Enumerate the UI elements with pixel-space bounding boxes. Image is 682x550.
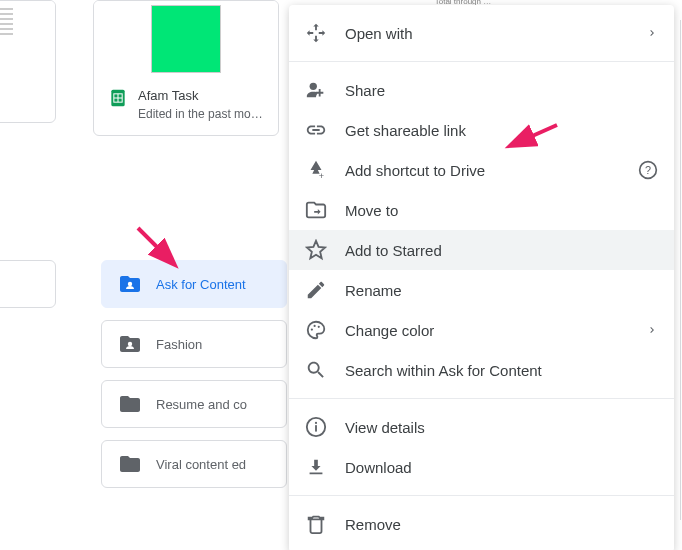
menu-get-link[interactable]: Get shareable link xyxy=(289,110,674,150)
svg-point-16 xyxy=(318,326,320,328)
menu-remove[interactable]: Remove xyxy=(289,504,674,544)
menu-label: Remove xyxy=(345,516,658,533)
file-title: al St… xyxy=(0,88,41,103)
download-icon xyxy=(305,456,327,478)
menu-add-shortcut[interactable]: + Add shortcut to Drive ? xyxy=(289,150,674,190)
menu-search-within[interactable]: Search within Ask for Content xyxy=(289,350,674,390)
palette-icon xyxy=(305,319,327,341)
file-subtitle: Edited in the past month xyxy=(138,107,264,121)
svg-line-20 xyxy=(138,228,173,263)
folder-icon xyxy=(118,452,142,476)
share-icon xyxy=(305,79,327,101)
link-icon xyxy=(305,119,327,141)
trash-icon xyxy=(305,513,327,535)
menu-label: Add to Starred xyxy=(345,242,658,259)
chevron-right-icon xyxy=(646,324,658,336)
chevron-right-icon xyxy=(646,27,658,39)
separator xyxy=(289,495,674,496)
menu-download[interactable]: Download xyxy=(289,447,674,487)
folder-label: Viral content ed xyxy=(156,457,246,472)
menu-rename[interactable]: Rename xyxy=(289,270,674,310)
menu-label: Add shortcut to Drive xyxy=(345,162,620,179)
file-preview xyxy=(0,1,55,76)
info-icon xyxy=(305,416,327,438)
search-icon xyxy=(305,359,327,381)
menu-add-starred[interactable]: Add to Starred xyxy=(289,230,674,270)
move-icon xyxy=(305,199,327,221)
open-with-icon xyxy=(305,22,327,44)
folder-row[interactable]: Fashion xyxy=(101,320,287,368)
star-icon xyxy=(305,239,327,261)
menu-label: Download xyxy=(345,459,658,476)
svg-rect-18 xyxy=(315,425,317,431)
svg-point-9 xyxy=(128,342,132,346)
svg-text:+: + xyxy=(319,171,324,181)
menu-label: Search within Ask for Content xyxy=(345,362,658,379)
svg-point-10 xyxy=(310,83,317,90)
file-preview xyxy=(94,1,278,76)
menu-label: Open with xyxy=(345,25,628,42)
folder-row[interactable]: Resume and co xyxy=(101,380,287,428)
svg-point-14 xyxy=(311,328,313,330)
separator xyxy=(289,398,674,399)
separator xyxy=(289,61,674,62)
menu-change-color[interactable]: Change color xyxy=(289,310,674,350)
menu-label: Rename xyxy=(345,282,658,299)
menu-label: View details xyxy=(345,419,658,436)
folder-row[interactable]: Ask for Content xyxy=(101,260,287,308)
menu-open-with[interactable]: Open with xyxy=(289,13,674,53)
menu-view-details[interactable]: View details xyxy=(289,407,674,447)
folder-label: Ask for Content xyxy=(156,277,246,292)
sheets-icon xyxy=(108,88,128,108)
svg-point-15 xyxy=(314,325,316,327)
file-tile[interactable]: Afam Task Edited in the past month xyxy=(93,0,279,136)
help-icon[interactable]: ? xyxy=(638,160,658,180)
folder-icon xyxy=(118,392,142,416)
menu-label: Get shareable link xyxy=(345,122,658,139)
file-tile[interactable]: al St… xyxy=(0,0,56,123)
menu-share[interactable]: Share xyxy=(289,70,674,110)
folder-label: Resume and co xyxy=(156,397,247,412)
shared-folder-icon xyxy=(118,332,142,356)
menu-label: Share xyxy=(345,82,658,99)
folder-row[interactable]: Viral content ed xyxy=(101,440,287,488)
menu-move-to[interactable]: Move to xyxy=(289,190,674,230)
svg-text:?: ? xyxy=(645,164,651,176)
svg-point-8 xyxy=(128,282,132,286)
folder-label: Fashion xyxy=(156,337,202,352)
svg-point-19 xyxy=(315,422,317,424)
context-menu: Open with Share Get shareable link + Add… xyxy=(289,5,674,550)
menu-label: Change color xyxy=(345,322,628,339)
drive-shortcut-icon: + xyxy=(305,159,327,181)
rename-icon xyxy=(305,279,327,301)
shared-folder-icon xyxy=(118,272,142,296)
file-title: Afam Task xyxy=(138,88,264,103)
menu-label: Move to xyxy=(345,202,658,219)
folder-row[interactable]: is auj… xyxy=(0,260,56,308)
